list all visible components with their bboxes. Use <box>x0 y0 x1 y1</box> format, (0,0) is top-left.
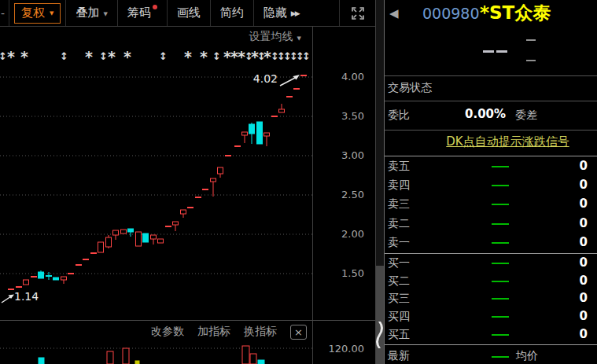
price-placeholder-dash <box>492 334 509 336</box>
event-marker-star-icon: * <box>20 48 28 65</box>
candle <box>68 273 74 274</box>
buy-order-row[interactable]: 买二0 <box>385 273 597 290</box>
weicha-label: 委差 <box>515 108 537 123</box>
sell-order-row[interactable]: 卖五0 <box>385 158 597 175</box>
volume-bar <box>242 346 249 364</box>
price-placeholder-dash <box>483 50 494 53</box>
price-tick-label: 4.00 <box>312 71 364 83</box>
volume-bar <box>135 361 139 364</box>
candle <box>257 122 263 144</box>
candle <box>242 132 248 135</box>
event-marker-star-icon: * <box>200 48 208 65</box>
sell-order-volume: 0 <box>580 159 588 173</box>
close-indicator-button[interactable]: × <box>290 325 307 340</box>
candle <box>195 197 201 198</box>
chevron-down-icon: ▼ <box>297 35 301 42</box>
volume-axis-label: 120.00 <box>312 343 364 355</box>
add-indicator-button[interactable]: 加指标 <box>197 325 230 339</box>
event-marker-star-icon: * <box>123 48 131 65</box>
ma-settings-button[interactable]: 设置均线 ▼ <box>223 30 301 44</box>
candle <box>158 239 164 243</box>
candle <box>225 155 231 156</box>
candle <box>286 96 293 97</box>
indicator-pane-header: 改参数 加指标 换指标 × <box>0 322 312 341</box>
sell-order-label: 卖一 <box>388 236 410 250</box>
candle <box>249 124 255 134</box>
candle <box>8 289 14 290</box>
candle <box>39 272 44 278</box>
price-placeholder-dash <box>492 166 509 167</box>
divider <box>385 156 597 156</box>
price-tick-label: 2.00 <box>312 228 364 240</box>
volume-bar <box>107 351 113 364</box>
divider <box>385 101 597 101</box>
sell-order-label: 卖三 <box>388 197 410 211</box>
candle <box>151 235 157 239</box>
event-marker-updown-icon: ↕ <box>0 50 7 62</box>
price-placeholder-dash <box>492 281 509 282</box>
volume-bar <box>258 360 264 364</box>
candle <box>53 278 59 280</box>
candle <box>271 116 278 117</box>
event-marker-star-icon: * <box>7 48 15 65</box>
ma-settings-label: 设置均线 <box>249 30 293 44</box>
buy-order-volume: 0 <box>580 256 588 270</box>
trade-status-label: 交易状态 <box>388 81 432 95</box>
price-placeholder-dash <box>492 242 509 244</box>
sell-order-label: 卖四 <box>388 178 410 193</box>
back-icon[interactable]: ◀ <box>389 6 399 20</box>
dk-signal-link[interactable]: DK点自动提示涨跌信号 <box>446 134 569 149</box>
candle <box>16 286 22 288</box>
buy-order-label: 买四 <box>388 310 410 324</box>
price-placeholder-dash <box>492 263 509 264</box>
splitter-scroll-thumb[interactable] <box>376 266 384 364</box>
latest-price-row: 最新 均价 <box>385 345 597 364</box>
event-marker-updown-icon: ↕ <box>99 50 108 62</box>
change-pct-placeholder-dash <box>526 60 536 61</box>
buy-order-row[interactable]: 买四0 <box>385 308 597 325</box>
sell-order-row[interactable]: 卖四0 <box>385 177 597 194</box>
candle <box>173 222 179 225</box>
sell-order-volume: 0 <box>580 235 588 249</box>
stock-code: 000980 <box>422 5 480 22</box>
buy-order-row[interactable]: 买一0 <box>385 255 597 272</box>
price-tick-label: 1.50 <box>312 267 364 279</box>
price-placeholder-dash <box>492 316 509 318</box>
candle <box>165 226 171 227</box>
event-marker-star-icon: * <box>184 48 192 65</box>
sell-order-volume: 0 <box>580 197 588 211</box>
event-marker-updown-icon: ↕ <box>60 50 68 62</box>
buy-order-row[interactable]: 买三0 <box>385 290 597 307</box>
change-placeholder-dash <box>526 39 536 41</box>
sell-order-volume: 0 <box>580 178 588 192</box>
latest-price-dash <box>492 356 509 358</box>
candle <box>76 264 82 266</box>
dk-signal-row: DK点自动提示涨跌信号 <box>385 134 597 149</box>
price-placeholder-dash <box>492 185 509 186</box>
sell-order-row[interactable]: 卖三0 <box>385 196 597 213</box>
candle <box>264 133 270 136</box>
sell-order-label: 卖五 <box>388 160 410 174</box>
sell-order-row[interactable]: 卖二0 <box>385 215 597 233</box>
event-marker-updown-icon: ↕ <box>212 50 221 62</box>
candle <box>202 189 208 190</box>
candle <box>98 242 104 252</box>
price-placeholder-dash <box>496 50 507 53</box>
low-price-annotation: 1.14 <box>14 290 39 303</box>
buy-order-book: 买一0买二0买三0买四0买五0 <box>385 255 597 344</box>
edit-params-button[interactable]: 改参数 <box>151 325 184 339</box>
price-tick-label: 3.00 <box>312 149 364 161</box>
latest-label: 最新 <box>388 349 410 363</box>
candle <box>128 229 134 232</box>
sell-order-book: 卖五0卖四0卖三0卖二0卖一0 <box>385 157 597 252</box>
sell-order-row[interactable]: 卖一0 <box>385 234 597 252</box>
quote-panel: ◀ 000980 *ST众泰 交易状态 委比 0.00% 委差 DK点自动提示涨… <box>384 0 597 364</box>
buy-order-row[interactable]: 买五0 <box>385 326 597 344</box>
weibi-label: 委比 <box>388 108 410 123</box>
divider <box>385 253 597 254</box>
switch-indicator-button[interactable]: 换指标 <box>244 325 277 339</box>
candle <box>31 276 37 278</box>
panel-splitter[interactable] <box>376 0 384 364</box>
low-arrow-icon <box>2 296 11 303</box>
buy-order-volume: 0 <box>580 274 588 288</box>
